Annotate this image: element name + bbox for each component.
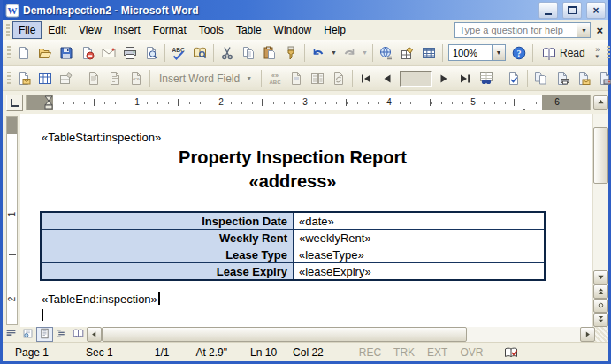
normal-view-button[interactable] — [3, 327, 19, 342]
menu-table[interactable]: Table — [230, 21, 268, 39]
scroll-up-button[interactable] — [593, 95, 608, 110]
horizontal-ruler[interactable]: 1 2 3 4 5 6 — [26, 95, 591, 110]
print-layout-view-button[interactable] — [36, 327, 53, 342]
zoom-dropdown-arrow[interactable]: ▼ — [493, 44, 506, 61]
view-merged-data-button: «»ABC — [264, 68, 286, 89]
horizontal-scroll-track[interactable] — [102, 327, 580, 342]
open-button[interactable] — [34, 42, 56, 64]
left-indent-marker[interactable] — [44, 95, 53, 110]
cut-button[interactable] — [217, 42, 238, 64]
row-value[interactable]: «leaseType» — [294, 246, 546, 263]
vertical-scrollbar[interactable] — [592, 114, 608, 327]
first-record-button[interactable] — [355, 68, 377, 89]
status-ext-mode[interactable]: EXT — [427, 346, 447, 359]
insert-hyperlink-button[interactable] — [376, 42, 397, 64]
menu-bar: File Edit View Insert Format Tools Table… — [3, 20, 608, 40]
horizontal-scroll-thumb[interactable] — [102, 327, 467, 342]
row-value[interactable]: «weeklyRent» — [294, 230, 546, 246]
help-button[interactable]: ? — [508, 42, 530, 64]
web-layout-view-button[interactable] — [19, 327, 36, 342]
row-label[interactable]: Inspection Date — [41, 212, 294, 230]
zoom-value[interactable]: 100% — [448, 44, 493, 61]
insert-table-button[interactable] — [418, 42, 439, 64]
menu-close-icon[interactable]: × — [591, 24, 608, 37]
mail-merge-toolbar-grip[interactable] — [7, 72, 11, 85]
status-rec-mode[interactable]: REC — [359, 346, 381, 359]
previous-page-button[interactable] — [593, 284, 608, 299]
menu-edit[interactable]: Edit — [42, 21, 73, 39]
scroll-right-button[interactable] — [580, 327, 595, 342]
standard-toolbar-grip[interactable] — [7, 46, 11, 59]
row-value[interactable]: «leaseExpiry» — [294, 263, 546, 281]
copy-button[interactable] — [238, 42, 259, 64]
menu-file[interactable]: File — [12, 21, 42, 39]
merge-to-email-button[interactable] — [573, 68, 594, 89]
row-label[interactable]: Lease Type — [41, 246, 294, 263]
scroll-left-button[interactable] — [87, 327, 102, 342]
status-line: Ln 10 — [250, 346, 277, 359]
status-section: Sec 1 — [86, 346, 113, 359]
select-browse-object-button[interactable] — [593, 299, 608, 313]
normal-view-icon — [5, 327, 17, 343]
row-label[interactable]: Weekly Rent — [41, 230, 294, 246]
svg-text:ABC: ABC — [270, 80, 282, 85]
find-entry-button[interactable] — [476, 68, 497, 89]
row-value[interactable]: «date» — [294, 212, 546, 230]
reading-layout-icon — [73, 327, 84, 343]
right-indent-marker[interactable] — [520, 102, 529, 110]
open-data-source-button[interactable] — [34, 68, 56, 89]
undo-button[interactable] — [308, 42, 329, 64]
mail-recipient-button[interactable] — [98, 42, 119, 64]
formatting-toolbar-grip[interactable] — [607, 46, 610, 59]
next-record-button[interactable] — [433, 68, 454, 89]
inspection-table[interactable]: Inspection Date «date» Weekly Rent «week… — [40, 211, 546, 281]
permission-button[interactable] — [77, 42, 98, 64]
read-button[interactable]: Read — [536, 42, 592, 64]
reading-layout-view-button[interactable] — [70, 327, 87, 342]
last-record-button[interactable] — [454, 68, 476, 89]
menu-view[interactable]: View — [73, 21, 108, 39]
menu-tools[interactable]: Tools — [193, 21, 230, 39]
format-painter-button[interactable] — [280, 42, 302, 64]
zoom-combobox[interactable]: 100%▼ — [448, 44, 506, 61]
question-dropdown-arrow[interactable]: ▼ — [577, 22, 591, 38]
vertical-ruler[interactable]: 1 2 — [6, 116, 18, 325]
menu-insert[interactable]: Insert — [108, 21, 147, 39]
previous-record-button[interactable] — [377, 68, 398, 89]
record-number-input[interactable] — [400, 71, 432, 87]
scroll-down-button[interactable] — [593, 270, 608, 284]
main-document-setup-button[interactable] — [13, 68, 34, 89]
mail-merge-toolbar: «»Insert Word Field▼«»ABC»▼ — [3, 66, 608, 91]
vertical-scroll-thumb[interactable] — [593, 127, 608, 184]
menu-format[interactable]: Format — [147, 21, 193, 39]
print-preview-button[interactable] — [141, 42, 162, 64]
outline-view-button[interactable] — [53, 327, 70, 342]
merge-to-fax-button[interactable] — [594, 68, 611, 89]
toolbar-options-chevron[interactable]: »▼ — [592, 42, 603, 64]
ask-question-input[interactable]: Type a question for help — [454, 22, 577, 38]
menu-help[interactable]: Help — [317, 21, 352, 39]
spelling-status-icon[interactable] — [504, 345, 519, 360]
undo-dropdown-arrow[interactable]: ▼ — [329, 43, 339, 63]
tables-and-borders-button[interactable] — [397, 42, 418, 64]
save-button[interactable] — [56, 42, 77, 64]
spelling-grammar-button[interactable]: ABC — [168, 42, 189, 64]
status-ovr-mode[interactable]: OVR — [460, 346, 483, 359]
minimize-button[interactable] — [538, 2, 558, 19]
merge-to-printer-button[interactable] — [552, 68, 573, 89]
check-for-errors-button[interactable] — [503, 68, 524, 89]
paste-button[interactable] — [259, 42, 280, 64]
new-document-button[interactable] — [13, 42, 34, 64]
menu-bar-grip[interactable] — [6, 24, 10, 37]
print-button[interactable] — [119, 42, 141, 64]
next-page-button[interactable] — [593, 313, 608, 327]
maximize-button[interactable] — [562, 2, 582, 19]
merge-to-new-document-button[interactable] — [531, 68, 552, 89]
tab-selector[interactable] — [6, 95, 23, 111]
document-page[interactable]: «TableStart:inspection» Property Inspect… — [20, 114, 592, 327]
close-button[interactable]: × — [586, 2, 606, 19]
row-label[interactable]: Lease Expiry — [41, 263, 294, 281]
menu-window[interactable]: Window — [268, 21, 318, 39]
research-button[interactable] — [189, 42, 210, 64]
status-trk-mode[interactable]: TRK — [393, 346, 415, 359]
